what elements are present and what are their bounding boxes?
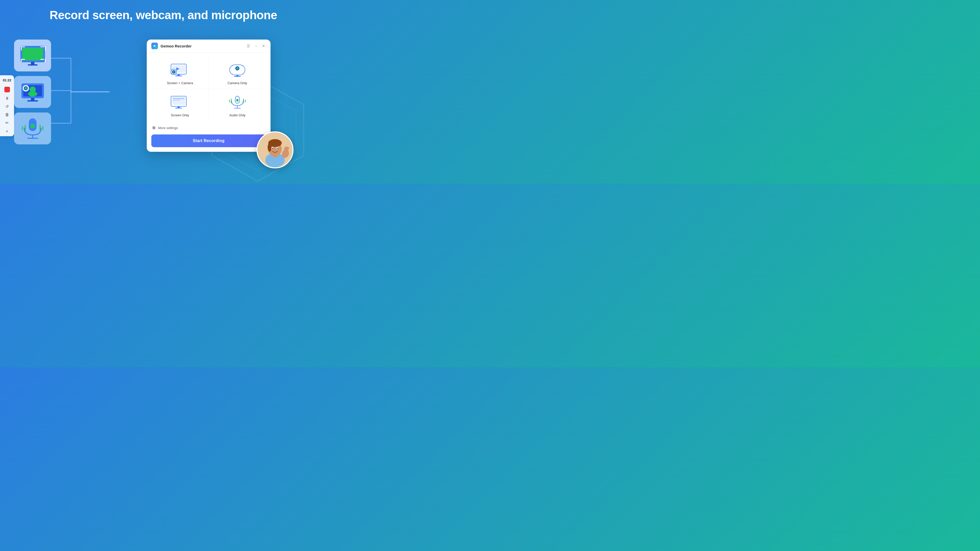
camera-only-svg [227,63,248,78]
svg-rect-5 [45,46,46,51]
title-bar: Gemoo Recorder ☰ − ✕ [147,40,270,52]
svg-rect-19 [31,98,35,100]
more-settings[interactable]: More settings [147,123,270,132]
screen-only-mode[interactable]: Screen Only [151,89,208,121]
svg-rect-33 [175,76,182,76]
recording-timer: 01:22 [3,78,11,82]
camera-only-mode[interactable]: Camera Only [209,57,266,89]
screen-camera-svg [170,63,190,78]
svg-rect-4 [40,46,45,47]
stop-icon[interactable] [4,87,10,92]
svg-rect-20 [27,100,38,102]
connector-lines [51,42,117,152]
svg-rect-53 [236,99,239,102]
screen-card-icon [19,44,47,67]
svg-rect-8 [40,59,45,60]
menu-button[interactable]: ☰ [246,44,251,48]
screen-only-icon [170,95,190,110]
screen-camera-label: Screen + Camera [167,81,193,85]
svg-rect-22 [30,124,35,128]
audio-only-mode[interactable]: Audio Only [209,89,266,121]
svg-rect-3 [21,46,22,51]
recorder-window: Gemoo Recorder ☰ − ✕ [147,40,270,152]
logo-icon [153,44,157,48]
svg-point-36 [173,71,175,73]
svg-rect-51 [175,108,182,108]
app-name: Gemoo Recorder [161,44,243,48]
recording-mode-grid: Screen + Camera [151,57,266,121]
audio-mode-card[interactable] [14,113,51,144]
camera-mode-card[interactable] [14,76,51,108]
svg-point-60 [153,127,155,129]
window-controls: ☰ − ✕ [246,44,266,48]
camera-card-icon [19,81,47,103]
screen-camera-mode[interactable]: Screen + Camera [151,57,208,89]
recording-toolbar: 01:22 ⏸ ↺ 🗑 ✏ « [0,75,14,136]
svg-rect-1 [22,48,43,60]
collapse-icon[interactable]: « [6,129,8,133]
camera-only-icon [227,63,248,78]
svg-line-74 [285,148,286,151]
screen-only-svg [170,95,190,110]
svg-point-18 [24,87,27,89]
svg-rect-48 [173,98,185,99]
svg-rect-11 [28,64,38,65]
draw-icon[interactable]: ✏ [5,121,9,125]
undo-icon[interactable]: ↺ [5,105,9,109]
more-settings-label: More settings [158,126,178,130]
settings-gear-icon [152,126,156,130]
screen-camera-icon [170,63,190,78]
webcam-person-illustration [258,131,293,168]
start-recording-button[interactable]: Start Recording [151,135,266,147]
webcam-avatar [256,131,293,168]
close-button[interactable]: ✕ [261,44,266,48]
svg-rect-9 [45,59,46,62]
svg-point-66 [268,143,272,152]
audio-only-svg [227,95,248,110]
svg-point-41 [242,73,243,75]
camera-only-label: Camera Only [228,81,247,85]
screen-mode-card[interactable] [14,40,51,71]
audio-only-icon [227,95,248,110]
screen-only-label: Screen Only [171,113,189,117]
svg-point-40 [232,73,233,75]
svg-rect-10 [31,62,35,65]
delete-icon[interactable]: 🗑 [5,113,9,117]
page-title: Record screen, webcam, and microphone [0,0,327,22]
svg-point-38 [232,65,233,66]
svg-point-70 [277,148,278,149]
svg-rect-45 [234,76,241,77]
svg-point-69 [272,148,273,149]
app-logo [151,43,158,49]
minimize-button[interactable]: − [254,44,258,48]
pause-icon[interactable]: ⏸ [5,97,9,100]
svg-point-15 [28,91,37,97]
left-mode-cards [14,40,51,144]
svg-point-39 [242,65,243,66]
audio-only-label: Audio Only [229,113,245,117]
svg-rect-7 [21,59,22,62]
audio-card-icon [19,116,47,141]
svg-point-43 [236,67,239,70]
svg-rect-49 [173,100,180,100]
